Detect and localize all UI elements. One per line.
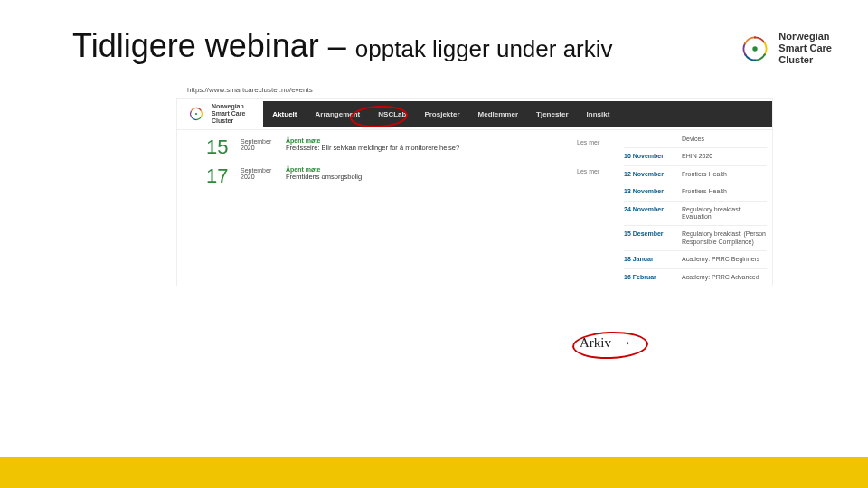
sidebar-row[interactable]: Devices bbox=[624, 136, 767, 147]
nav-item-medlemmer[interactable]: Medlemmer bbox=[469, 101, 527, 127]
event-year: 2020 bbox=[241, 145, 286, 151]
mini-brand-line: Norwegian bbox=[212, 103, 245, 110]
event-title: Fredsseire: Blir selvkan meldinger for å… bbox=[286, 144, 577, 152]
sidebar-row[interactable]: 18 Januar Academy: PRRC Beginners bbox=[624, 250, 767, 267]
sidebar-row[interactable]: 24 November Regulatory breakfast: Evalua… bbox=[624, 201, 767, 226]
sidebar-date: 13 November bbox=[624, 188, 676, 195]
event-day: 17 bbox=[206, 164, 241, 188]
sidebar-title: Academy: PRRC Beginners bbox=[682, 256, 760, 263]
event-title: Fremtidens omsorgsbolig bbox=[286, 173, 577, 181]
sidebar-title: Regulatory breakfast: Evaluation bbox=[682, 206, 767, 221]
sidebar-title: Regulatory breakfast: (Person Responsibl… bbox=[682, 230, 767, 246]
event-readmore-link[interactable]: Les mer bbox=[577, 164, 613, 174]
event-kind: Åpent møte bbox=[286, 166, 577, 173]
sidebar-date: 12 November bbox=[624, 171, 676, 178]
embedded-screenshot: https://www.smartcarecluster.no/events bbox=[176, 86, 773, 366]
event-row[interactable]: 15 September 2020 Åpent møte Fredsseire:… bbox=[206, 136, 613, 159]
webpage: Norwegian Smart Care Cluster Aktuelt Arr… bbox=[176, 98, 773, 286]
nav-item-nsclab[interactable]: NSCLab bbox=[369, 101, 415, 127]
event-year: 2020 bbox=[241, 174, 286, 180]
svg-point-2 bbox=[764, 42, 766, 43]
svg-point-0 bbox=[753, 46, 758, 51]
sidebar-date: 10 November bbox=[624, 153, 676, 160]
svg-point-1 bbox=[754, 36, 756, 38]
main-nav: Aktuelt Arrangement NSCLab Prosjekter Me… bbox=[263, 101, 772, 127]
brand-text-line: Norwegian bbox=[778, 31, 832, 42]
event-date: September 2020 bbox=[241, 136, 286, 151]
sidebar-row[interactable]: 15 Desember Regulatory breakfast: (Perso… bbox=[624, 225, 767, 250]
event-row[interactable]: 17 September 2020 Åpent møte Fremtidens … bbox=[206, 164, 613, 188]
slide-footer-bar bbox=[0, 457, 868, 488]
address-bar-url: https://www.smartcarecluster.no/events bbox=[176, 86, 773, 94]
sidebar-row[interactable]: 13 November Frontiers Health bbox=[624, 183, 767, 200]
nav-item-prosjekter[interactable]: Prosjekter bbox=[415, 101, 468, 127]
brand-logo-icon bbox=[739, 33, 771, 65]
mini-logo-icon bbox=[186, 104, 206, 124]
upcoming-sidebar: Devices 10 November EHIN 2020 12 Novembe… bbox=[618, 130, 772, 286]
sidebar-title: Devices bbox=[682, 136, 704, 143]
event-info: Åpent møte Fredsseire: Blir selvkan meld… bbox=[286, 136, 577, 152]
nav-item-tjenester[interactable]: Tjenester bbox=[527, 101, 578, 127]
brand-text-line: Smart Care bbox=[778, 42, 832, 54]
mini-brand-line: Smart Care bbox=[212, 110, 245, 117]
sidebar-title: Frontiers Health bbox=[682, 188, 727, 195]
nav-item-arrangement[interactable]: Arrangement bbox=[306, 101, 369, 127]
title-main: Tidligere webinar – bbox=[72, 27, 355, 64]
sidebar-row[interactable]: 16 Februar Academy: PRRC Advanced bbox=[624, 268, 767, 286]
event-month: September bbox=[241, 138, 286, 145]
nav-item-innsikt[interactable]: Innsikt bbox=[578, 101, 619, 127]
sidebar-title: Frontiers Health bbox=[682, 171, 727, 178]
sidebar-row[interactable]: 10 November EHIN 2020 bbox=[624, 147, 767, 164]
sidebar-row[interactable]: 12 November Frontiers Health bbox=[624, 165, 767, 183]
event-info: Åpent møte Fremtidens omsorgsbolig bbox=[286, 164, 577, 181]
sidebar-title: Academy: PRRC Advanced bbox=[682, 274, 760, 281]
event-readmore-link[interactable]: Les mer bbox=[577, 136, 613, 145]
mini-brand-line: Cluster bbox=[212, 117, 245, 125]
arkiv-label: Arkiv bbox=[580, 335, 611, 351]
svg-point-5 bbox=[744, 53, 746, 55]
svg-point-3 bbox=[764, 53, 766, 55]
event-kind: Åpent møte bbox=[286, 137, 577, 144]
event-month: September bbox=[241, 167, 286, 174]
sidebar-date bbox=[624, 136, 676, 143]
sidebar-title: EHIN 2020 bbox=[682, 153, 712, 160]
page-head: Norwegian Smart Care Cluster Aktuelt Arr… bbox=[177, 99, 772, 130]
sidebar-date: 24 November bbox=[624, 206, 676, 221]
svg-point-7 bbox=[195, 113, 197, 115]
event-day: 15 bbox=[206, 136, 241, 159]
mini-brand-text: Norwegian Smart Care Cluster bbox=[212, 103, 245, 124]
sidebar-date: 18 Januar bbox=[624, 256, 676, 263]
sidebar-date: 16 Februar bbox=[624, 274, 676, 281]
sidebar-date: 15 Desember bbox=[624, 230, 676, 246]
brand-text: Norwegian Smart Care Cluster bbox=[778, 31, 832, 67]
arrow-right-icon: → bbox=[618, 335, 632, 351]
title-sub: opptak ligger under arkiv bbox=[355, 35, 613, 62]
nav-item-aktuelt[interactable]: Aktuelt bbox=[263, 101, 306, 127]
brand-block: Norwegian Smart Care Cluster bbox=[739, 31, 832, 67]
svg-point-6 bbox=[744, 42, 746, 43]
events-list: 15 September 2020 Åpent møte Fredsseire:… bbox=[177, 130, 618, 286]
page-title: Tidligere webinar – opptak ligger under … bbox=[72, 27, 613, 65]
arkiv-link[interactable]: Arkiv → bbox=[580, 335, 632, 351]
brand-text-line: Cluster bbox=[778, 54, 832, 66]
event-date: September 2020 bbox=[241, 164, 286, 180]
svg-point-4 bbox=[754, 59, 756, 61]
